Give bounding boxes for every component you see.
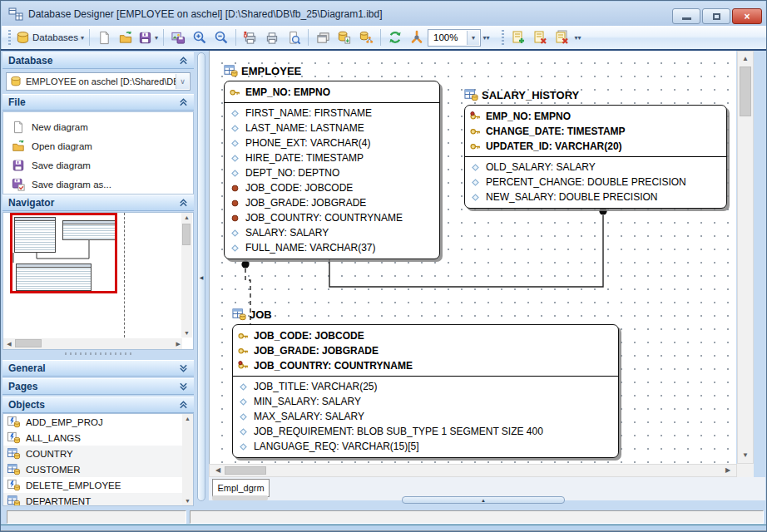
scroll-left-icon[interactable]: ◀ <box>211 465 225 476</box>
table-field-row[interactable]: PHONE_EXT: VARCHAR(4) <box>225 135 439 150</box>
scroll-up-icon[interactable]: ▲ <box>739 53 752 65</box>
options-button[interactable] <box>406 27 428 47</box>
table-box[interactable]: EMP_NO: EMPNO CHANGE_DATE: TIMESTAMP <box>464 105 727 209</box>
section-header-navigator[interactable]: Navigator <box>2 195 194 211</box>
scroll-down-icon[interactable]: ▼ <box>739 450 752 461</box>
scroll-down-icon[interactable]: ▼ <box>181 330 192 336</box>
table-field-row[interactable]: LANGUAGE_REQ: VARCHAR(15)[5] <box>233 439 618 454</box>
diagram-tab[interactable]: Empl_dgrm <box>212 479 270 497</box>
zoom-level-combo[interactable]: 100% ▾ <box>428 29 481 47</box>
scroll-left-icon[interactable]: ◀ <box>5 341 13 347</box>
file-action-item[interactable]: Save diagram <box>3 155 193 175</box>
table-box[interactable]: EMP_NO: EMPNO FIRST_NAME: FIRSTNAME <box>224 81 440 259</box>
table-header[interactable]: SALARY_HISTORY <box>464 86 727 103</box>
expand-chevron-icon[interactable] <box>179 364 188 372</box>
diagram-canvas[interactable]: EMPLOYEE EMP_NO: EMPNO <box>209 51 736 464</box>
navigator-viewport-rect[interactable] <box>10 213 117 293</box>
collapse-chevron-icon[interactable] <box>179 57 188 65</box>
close-button[interactable]: × <box>732 8 762 24</box>
object-list-item[interactable]: DEPARTMENT <box>3 493 182 506</box>
save-as-picture-button[interactable] <box>167 27 189 47</box>
database-combo-dropdown[interactable]: ∨ <box>176 74 189 89</box>
panel-resize-grip[interactable] <box>65 350 135 357</box>
objects-vertical-scrollbar[interactable]: ▲ ▼ <box>182 414 193 505</box>
table-field-row[interactable]: JOB_CODE: JOBCODE <box>233 328 618 343</box>
table-field-row[interactable]: JOB_GRADE: JOBGRADE <box>233 343 618 358</box>
object-list-item[interactable]: DELETE_EMPLOYEE <box>3 477 182 493</box>
table-field-row[interactable]: FIRST_NAME: FIRSTNAME <box>225 106 439 121</box>
table-field-row[interactable]: EMP_NO: EMPNO <box>465 109 726 124</box>
tab-scroll-handle[interactable] <box>212 495 268 500</box>
scroll-down-icon[interactable]: ▼ <box>182 498 193 504</box>
table-field-row[interactable]: LAST_NAME: LASTNAME <box>225 121 439 135</box>
zoom-in-button[interactable] <box>189 27 210 47</box>
table-field-row[interactable]: JOB_CODE: JOBCODE <box>225 180 439 195</box>
table-field-row[interactable]: JOB_GRADE: JOBGRADE <box>225 195 439 210</box>
collapse-chevron-icon[interactable] <box>179 98 188 106</box>
file-action-item[interactable]: Save diagram as... <box>3 175 193 194</box>
scroll-right-icon[interactable]: ▶ <box>172 341 181 347</box>
table-field-row[interactable]: JOB_TITLE: VARCHAR(25) <box>233 379 618 394</box>
object-list-item[interactable]: COUNTRY <box>3 446 182 461</box>
table-node-job[interactable]: JOB JOB_CODE: JOBCODE <box>232 306 619 458</box>
table-field-row[interactable]: FULL_NAME: VARCHAR(37) <box>225 240 439 255</box>
file-action-item[interactable]: Open diagram <box>3 136 193 155</box>
save-dropdown-arrow-icon[interactable]: ▾ <box>155 34 158 42</box>
table-field-row[interactable]: CHANGE_DATE: TIMESTAMP <box>465 124 726 139</box>
scrollbar-thumb[interactable] <box>225 466 266 475</box>
section-header-general[interactable]: General <box>2 360 194 377</box>
canvas-vertical-scrollbar[interactable]: ▲ ▼ <box>737 51 754 464</box>
database-combo[interactable]: EMPLOYEE on aschel [D:\Shared\DB ∨ <box>6 72 191 91</box>
bottom-collapse-handle[interactable]: ▲ <box>402 496 565 504</box>
fit-model-button[interactable] <box>312 27 334 47</box>
section-header-pages[interactable]: Pages <box>2 378 194 395</box>
zoom-combo-dropdown[interactable]: ▾ <box>467 31 479 45</box>
sidebar-collapse-handle[interactable]: ◀ <box>197 52 205 501</box>
navigator-panel[interactable]: ▲ ▼ ◀ ▶ <box>2 212 194 350</box>
object-list-item[interactable]: ALL_LANGS <box>3 430 182 446</box>
open-diagram-button[interactable] <box>115 27 136 47</box>
scrollbar-thumb[interactable] <box>182 224 191 245</box>
toolbar-overflow-button[interactable]: ▾▾ <box>572 28 583 47</box>
navigator-horizontal-scrollbar[interactable]: ◀ ▶ <box>3 338 182 349</box>
scrollbar-thumb[interactable] <box>15 339 42 347</box>
table-field-row[interactable]: OLD_SALARY: SALARY <box>465 160 726 175</box>
table-field-row[interactable]: DEPT_NO: DEPTNO <box>225 165 439 180</box>
zoom-out-button[interactable] <box>210 27 232 47</box>
table-field-row[interactable]: EMP_NO: EMPNO <box>225 85 439 100</box>
object-list-item[interactable]: ADD_EMP_PROJ <box>3 414 182 430</box>
sidebar-splitter[interactable]: ◀ <box>194 51 210 506</box>
canvas-horizontal-scrollbar[interactable]: ◀ ▶ <box>209 464 737 477</box>
table-header[interactable]: JOB <box>232 306 619 323</box>
section-header-file[interactable]: File <box>2 94 194 111</box>
maximize-button[interactable] <box>702 8 730 24</box>
scroll-right-icon[interactable]: ▶ <box>721 465 735 476</box>
refresh-button[interactable] <box>384 27 406 47</box>
section-header-objects[interactable]: Objects <box>2 397 194 413</box>
table-field-row[interactable]: SALARY: SALARY <box>225 225 439 240</box>
file-action-item[interactable]: New diagram <box>3 117 193 136</box>
table-field-row[interactable]: MAX_SALARY: SALARY <box>233 409 618 424</box>
table-field-row[interactable]: NEW_SALARY: DOUBLE PRECISION <box>465 190 726 204</box>
remove-from-diagram-button[interactable] <box>551 27 572 47</box>
scroll-up-icon[interactable]: ▲ <box>181 214 192 220</box>
section-header-database[interactable]: Database <box>2 52 194 69</box>
table-field-row[interactable]: JOB_COUNTRY: COUNTRYNAME <box>233 358 618 373</box>
table-box[interactable]: JOB_CODE: JOBCODE JOB_GRADE: JOBGRADE <box>232 324 619 458</box>
scrollbar-thumb[interactable] <box>740 66 751 116</box>
table-field-row[interactable]: JOB_COUNTRY: COUNTRYNAME <box>225 210 439 225</box>
table-field-row[interactable]: MIN_SALARY: SALARY <box>233 394 618 409</box>
table-field-row[interactable]: HIRE_DATE: TIMESTAMP <box>225 150 439 165</box>
print-button[interactable] <box>261 27 283 47</box>
table-node-employee[interactable]: EMPLOYEE EMP_NO: EMPNO <box>224 62 440 259</box>
scroll-up-icon[interactable]: ▲ <box>182 416 193 421</box>
object-list-item[interactable]: CUSTOMER <box>3 461 182 477</box>
print-setup-button[interactable] <box>240 27 261 47</box>
databases-button[interactable]: Databases ▾ <box>14 27 86 47</box>
new-diagram-button[interactable] <box>93 27 115 47</box>
table-field-row[interactable]: UPDATER_ID: VARCHAR(20) <box>465 139 726 154</box>
expand-chevron-icon[interactable] <box>179 382 188 391</box>
table-header[interactable]: EMPLOYEE <box>224 62 440 79</box>
collapse-chevron-icon[interactable] <box>179 199 188 207</box>
table-field-row[interactable]: JOB_REQUIREMENT: BLOB SUB_TYPE 1 SEGMENT… <box>233 424 618 439</box>
